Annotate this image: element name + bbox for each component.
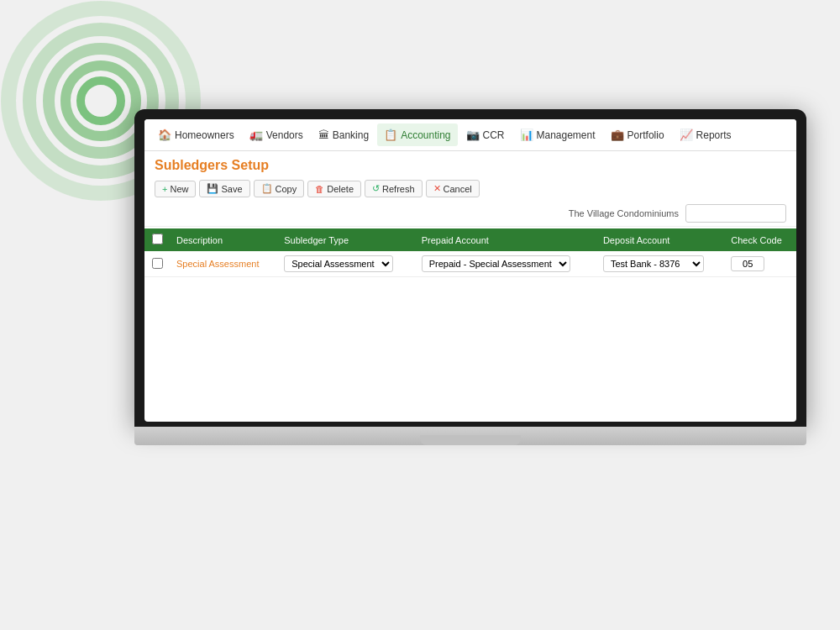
- header-checkbox-col: [144, 228, 170, 251]
- table-row: Special Assessment Special Assessment Pr…: [144, 251, 796, 277]
- nav-item-reports[interactable]: 📈Reports: [673, 123, 738, 146]
- subledgers-table: Description Subledger Type Prepaid Accou…: [144, 228, 796, 277]
- header-check-code: Check Code: [724, 228, 796, 251]
- laptop-base: [134, 427, 806, 445]
- header-subledger-type: Subledger Type: [277, 228, 415, 251]
- vendors-nav-icon: 🚛: [249, 129, 263, 141]
- check-code-input[interactable]: [731, 256, 764, 271]
- row-deposit-account-cell: Test Bank - 8376: [596, 251, 724, 277]
- company-label: The Village Condominiums: [569, 208, 679, 218]
- nav-item-homeowners[interactable]: 🏠Homeowners: [151, 123, 241, 146]
- laptop-device: 🏠Homeowners🚛Vendors🏛Banking📋Accounting📷C…: [134, 109, 806, 445]
- portfolio-nav-icon: 💼: [611, 129, 624, 141]
- management-nav-label: Management: [537, 129, 596, 141]
- navigation-bar: 🏠Homeowners🚛Vendors🏛Banking📋Accounting📷C…: [144, 119, 796, 151]
- ccr-nav-label: CCR: [483, 129, 505, 141]
- reports-nav-label: Reports: [696, 129, 732, 141]
- page-title: Subledgers Setup: [155, 158, 786, 173]
- reports-nav-icon: 📈: [680, 129, 693, 141]
- company-bar: The Village Condominiums: [144, 201, 796, 227]
- select-all-checkbox[interactable]: [152, 234, 163, 244]
- vendors-nav-label: Vendors: [266, 129, 303, 141]
- company-search-input[interactable]: [685, 204, 786, 223]
- subledger-type-select[interactable]: Special Assessment: [284, 255, 393, 272]
- prepaid-account-select[interactable]: Prepaid - Special Assessment: [422, 255, 570, 272]
- header-description: Description: [170, 228, 277, 251]
- header-deposit-account: Deposit Account: [596, 228, 724, 251]
- row-check-code-cell: [724, 251, 796, 277]
- cancel-btn-icon: ✕: [433, 183, 441, 194]
- new-btn-label: New: [170, 184, 188, 194]
- screen-content: 🏠Homeowners🚛Vendors🏛Banking📋Accounting📷C…: [144, 119, 796, 422]
- accounting-nav-label: Accounting: [401, 129, 450, 141]
- refresh-button[interactable]: ↺Refresh: [365, 180, 423, 197]
- new-button[interactable]: +New: [155, 181, 196, 197]
- page-header: Subledgers Setup: [144, 151, 796, 176]
- delete-btn-icon: 🗑: [315, 184, 324, 194]
- screen-bezel: 🏠Homeowners🚛Vendors🏛Banking📋Accounting📷C…: [134, 109, 806, 427]
- banking-nav-icon: 🏛: [318, 129, 329, 141]
- header-prepaid-account: Prepaid Account: [415, 228, 596, 251]
- accounting-nav-icon: 📋: [384, 129, 397, 141]
- toolbar: +New💾Save📋Copy🗑Delete↺Refresh✕Cancel: [144, 176, 796, 201]
- refresh-btn-label: Refresh: [382, 184, 415, 194]
- banking-nav-label: Banking: [333, 129, 369, 141]
- copy-button[interactable]: 📋Copy: [254, 180, 305, 197]
- save-btn-icon: 💾: [207, 183, 218, 194]
- portfolio-nav-label: Portfolio: [627, 129, 664, 141]
- copy-btn-label: Copy: [276, 184, 297, 194]
- cancel-button[interactable]: ✕Cancel: [426, 180, 480, 197]
- nav-item-vendors[interactable]: 🚛Vendors: [243, 123, 310, 146]
- svg-point-3: [66, 66, 136, 136]
- laptop-notch: [420, 435, 521, 445]
- row-checkbox-cell: [144, 251, 170, 277]
- nav-item-portfolio[interactable]: 💼Portfolio: [604, 123, 671, 146]
- row-subledger-type-cell: Special Assessment: [277, 251, 415, 277]
- management-nav-icon: 📊: [520, 129, 533, 141]
- homeowners-nav-icon: 🏠: [158, 129, 171, 141]
- nav-item-management[interactable]: 📊Management: [513, 123, 602, 146]
- nav-item-accounting[interactable]: 📋Accounting: [377, 123, 457, 146]
- table-header: Description Subledger Type Prepaid Accou…: [144, 228, 796, 251]
- description-link[interactable]: Special Assessment: [176, 259, 259, 269]
- delete-btn-label: Delete: [327, 184, 354, 194]
- table-body: Special Assessment Special Assessment Pr…: [144, 251, 796, 277]
- new-btn-icon: +: [162, 184, 167, 194]
- table-container: Description Subledger Type Prepaid Accou…: [144, 228, 796, 277]
- copy-btn-icon: 📋: [261, 183, 273, 194]
- nav-item-banking[interactable]: 🏛Banking: [312, 123, 375, 146]
- refresh-btn-icon: ↺: [372, 183, 380, 194]
- nav-item-ccr[interactable]: 📷CCR: [459, 123, 512, 146]
- save-btn-label: Save: [221, 184, 242, 194]
- ccr-nav-icon: 📷: [466, 129, 480, 141]
- delete-button[interactable]: 🗑Delete: [307, 181, 361, 197]
- row-description-cell: Special Assessment: [170, 251, 277, 277]
- row-prepaid-account-cell: Prepaid - Special Assessment: [415, 251, 596, 277]
- row-checkbox[interactable]: [152, 258, 163, 269]
- save-button[interactable]: 💾Save: [199, 180, 249, 197]
- svg-point-4: [81, 81, 121, 121]
- cancel-btn-label: Cancel: [444, 184, 472, 194]
- homeowners-nav-label: Homeowners: [175, 129, 234, 141]
- deposit-account-select[interactable]: Test Bank - 8376: [603, 255, 704, 272]
